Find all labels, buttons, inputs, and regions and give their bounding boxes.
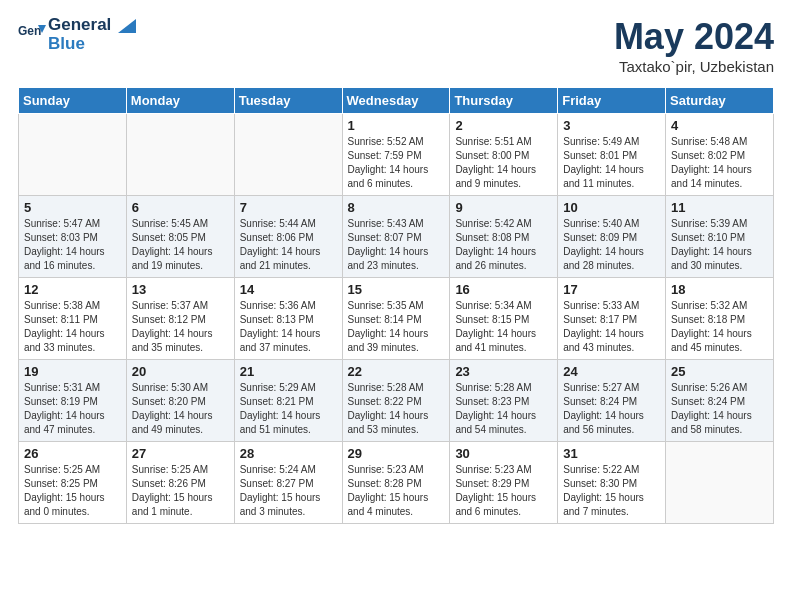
day-cell [234,114,342,196]
day-detail: Sunrise: 5:51 AMSunset: 8:00 PMDaylight:… [455,135,552,191]
day-detail: Sunrise: 5:23 AMSunset: 8:28 PMDaylight:… [348,463,445,519]
week-row-3: 12Sunrise: 5:38 AMSunset: 8:11 PMDayligh… [19,278,774,360]
day-number: 16 [455,282,552,297]
week-row-1: 1Sunrise: 5:52 AMSunset: 7:59 PMDaylight… [19,114,774,196]
logo-triangle-icon [118,19,136,33]
day-cell: 15Sunrise: 5:35 AMSunset: 8:14 PMDayligh… [342,278,450,360]
day-cell: 2Sunrise: 5:51 AMSunset: 8:00 PMDaylight… [450,114,558,196]
day-cell: 14Sunrise: 5:36 AMSunset: 8:13 PMDayligh… [234,278,342,360]
day-detail: Sunrise: 5:29 AMSunset: 8:21 PMDaylight:… [240,381,337,437]
day-number: 29 [348,446,445,461]
day-cell [19,114,127,196]
day-number: 6 [132,200,229,215]
day-detail: Sunrise: 5:37 AMSunset: 8:12 PMDaylight:… [132,299,229,355]
day-number: 28 [240,446,337,461]
day-number: 31 [563,446,660,461]
day-detail: Sunrise: 5:22 AMSunset: 8:30 PMDaylight:… [563,463,660,519]
weekday-header-monday: Monday [126,88,234,114]
day-cell: 29Sunrise: 5:23 AMSunset: 8:28 PMDayligh… [342,442,450,524]
day-number: 2 [455,118,552,133]
day-number: 13 [132,282,229,297]
day-number: 20 [132,364,229,379]
weekday-header-saturday: Saturday [666,88,774,114]
title-block: May 2024 Taxtako`pir, Uzbekistan [614,16,774,75]
day-detail: Sunrise: 5:45 AMSunset: 8:05 PMDaylight:… [132,217,229,273]
day-cell: 26Sunrise: 5:25 AMSunset: 8:25 PMDayligh… [19,442,127,524]
day-detail: Sunrise: 5:36 AMSunset: 8:13 PMDaylight:… [240,299,337,355]
day-detail: Sunrise: 5:24 AMSunset: 8:27 PMDaylight:… [240,463,337,519]
week-row-5: 26Sunrise: 5:25 AMSunset: 8:25 PMDayligh… [19,442,774,524]
day-cell: 5Sunrise: 5:47 AMSunset: 8:03 PMDaylight… [19,196,127,278]
logo-line1: General [48,16,136,35]
day-cell: 27Sunrise: 5:25 AMSunset: 8:26 PMDayligh… [126,442,234,524]
day-number: 19 [24,364,121,379]
weekday-header-sunday: Sunday [19,88,127,114]
day-number: 12 [24,282,121,297]
day-cell: 25Sunrise: 5:26 AMSunset: 8:24 PMDayligh… [666,360,774,442]
day-cell: 7Sunrise: 5:44 AMSunset: 8:06 PMDaylight… [234,196,342,278]
day-number: 10 [563,200,660,215]
day-cell: 3Sunrise: 5:49 AMSunset: 8:01 PMDaylight… [558,114,666,196]
logo-line2: Blue [48,35,136,54]
day-cell: 12Sunrise: 5:38 AMSunset: 8:11 PMDayligh… [19,278,127,360]
day-number: 11 [671,200,768,215]
day-number: 24 [563,364,660,379]
day-number: 14 [240,282,337,297]
day-cell: 19Sunrise: 5:31 AMSunset: 8:19 PMDayligh… [19,360,127,442]
day-cell: 30Sunrise: 5:23 AMSunset: 8:29 PMDayligh… [450,442,558,524]
day-cell: 20Sunrise: 5:30 AMSunset: 8:20 PMDayligh… [126,360,234,442]
day-number: 30 [455,446,552,461]
day-cell: 18Sunrise: 5:32 AMSunset: 8:18 PMDayligh… [666,278,774,360]
day-number: 4 [671,118,768,133]
day-number: 15 [348,282,445,297]
header: Gen General Blue May 2024 Taxtako`pir, U… [18,16,774,75]
day-detail: Sunrise: 5:30 AMSunset: 8:20 PMDaylight:… [132,381,229,437]
day-detail: Sunrise: 5:28 AMSunset: 8:23 PMDaylight:… [455,381,552,437]
day-cell: 31Sunrise: 5:22 AMSunset: 8:30 PMDayligh… [558,442,666,524]
location: Taxtako`pir, Uzbekistan [614,58,774,75]
weekday-header-row: SundayMondayTuesdayWednesdayThursdayFrid… [19,88,774,114]
day-detail: Sunrise: 5:48 AMSunset: 8:02 PMDaylight:… [671,135,768,191]
day-number: 18 [671,282,768,297]
day-number: 23 [455,364,552,379]
day-number: 26 [24,446,121,461]
day-cell: 10Sunrise: 5:40 AMSunset: 8:09 PMDayligh… [558,196,666,278]
day-number: 8 [348,200,445,215]
calendar-page: Gen General Blue May 2024 Taxtako`pir, U… [0,0,792,540]
logo-icon: Gen [18,21,46,49]
day-number: 7 [240,200,337,215]
day-detail: Sunrise: 5:39 AMSunset: 8:10 PMDaylight:… [671,217,768,273]
day-number: 17 [563,282,660,297]
day-detail: Sunrise: 5:43 AMSunset: 8:07 PMDaylight:… [348,217,445,273]
weekday-header-tuesday: Tuesday [234,88,342,114]
week-row-4: 19Sunrise: 5:31 AMSunset: 8:19 PMDayligh… [19,360,774,442]
day-detail: Sunrise: 5:35 AMSunset: 8:14 PMDaylight:… [348,299,445,355]
day-cell: 4Sunrise: 5:48 AMSunset: 8:02 PMDaylight… [666,114,774,196]
day-cell: 1Sunrise: 5:52 AMSunset: 7:59 PMDaylight… [342,114,450,196]
day-cell: 8Sunrise: 5:43 AMSunset: 8:07 PMDaylight… [342,196,450,278]
day-detail: Sunrise: 5:44 AMSunset: 8:06 PMDaylight:… [240,217,337,273]
day-detail: Sunrise: 5:25 AMSunset: 8:26 PMDaylight:… [132,463,229,519]
day-cell: 21Sunrise: 5:29 AMSunset: 8:21 PMDayligh… [234,360,342,442]
day-cell: 11Sunrise: 5:39 AMSunset: 8:10 PMDayligh… [666,196,774,278]
day-number: 27 [132,446,229,461]
day-number: 25 [671,364,768,379]
day-detail: Sunrise: 5:52 AMSunset: 7:59 PMDaylight:… [348,135,445,191]
svg-marker-2 [118,19,136,33]
day-detail: Sunrise: 5:26 AMSunset: 8:24 PMDaylight:… [671,381,768,437]
day-cell [666,442,774,524]
weekday-header-friday: Friday [558,88,666,114]
day-detail: Sunrise: 5:31 AMSunset: 8:19 PMDaylight:… [24,381,121,437]
day-detail: Sunrise: 5:23 AMSunset: 8:29 PMDaylight:… [455,463,552,519]
day-cell: 17Sunrise: 5:33 AMSunset: 8:17 PMDayligh… [558,278,666,360]
day-cell: 24Sunrise: 5:27 AMSunset: 8:24 PMDayligh… [558,360,666,442]
day-cell: 23Sunrise: 5:28 AMSunset: 8:23 PMDayligh… [450,360,558,442]
day-cell: 13Sunrise: 5:37 AMSunset: 8:12 PMDayligh… [126,278,234,360]
month-title: May 2024 [614,16,774,58]
weekday-header-wednesday: Wednesday [342,88,450,114]
day-detail: Sunrise: 5:32 AMSunset: 8:18 PMDaylight:… [671,299,768,355]
day-number: 9 [455,200,552,215]
svg-text:Gen: Gen [18,24,41,38]
day-detail: Sunrise: 5:33 AMSunset: 8:17 PMDaylight:… [563,299,660,355]
day-number: 5 [24,200,121,215]
